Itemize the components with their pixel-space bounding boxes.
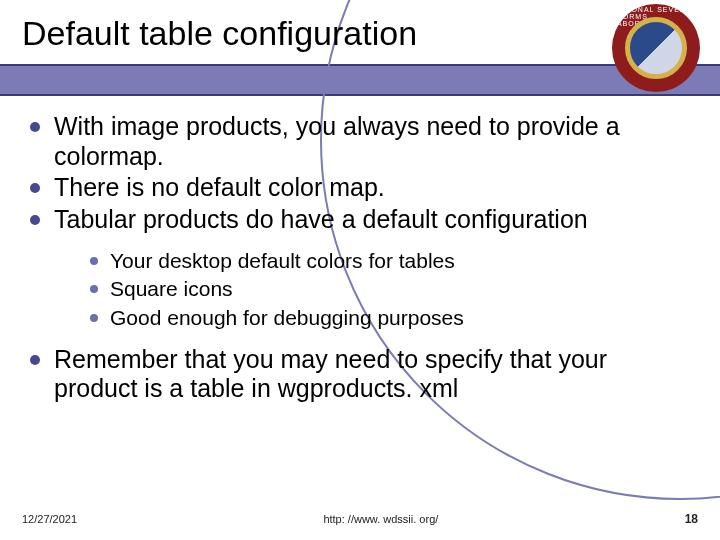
list-item: Your desktop default colors for tables [88, 248, 680, 274]
content: With image products, you always need to … [28, 112, 680, 406]
list-item: There is no default color map. [28, 173, 680, 203]
slide: Default table configuration NATIONAL SEV… [0, 0, 720, 540]
list-item: Good enough for debugging purposes [88, 305, 680, 331]
bullet-text: With image products, you always need to … [54, 112, 620, 170]
bullet-text: There is no default color map. [54, 173, 385, 201]
list-item: Square icons [88, 276, 680, 302]
bullet-text: Your desktop default colors for tables [110, 249, 455, 272]
bullet-text: Tabular products do have a default confi… [54, 205, 588, 233]
list-item: Tabular products do have a default confi… [28, 205, 680, 331]
nssl-logo: NATIONAL SEVERE STORMS LABORATORY [612, 4, 700, 92]
bullet-text: Remember that you may need to specify th… [54, 345, 607, 403]
logo-inner-icon [625, 17, 687, 79]
list-item: Remember that you may need to specify th… [28, 345, 680, 404]
bullet-list: With image products, you always need to … [28, 112, 680, 404]
list-item: With image products, you always need to … [28, 112, 680, 171]
footer-date: 12/27/2021 [22, 513, 77, 525]
sub-bullet-list: Your desktop default colors for tables S… [88, 248, 680, 331]
bullet-text: Good enough for debugging purposes [110, 306, 464, 329]
footer-url: http: //www. wdssii. org/ [77, 513, 685, 525]
logo-outer-ring: NATIONAL SEVERE STORMS LABORATORY [612, 4, 700, 92]
bullet-text: Square icons [110, 277, 233, 300]
footer-page: 18 [685, 512, 698, 526]
footer: 12/27/2021 http: //www. wdssii. org/ 18 [0, 512, 720, 526]
